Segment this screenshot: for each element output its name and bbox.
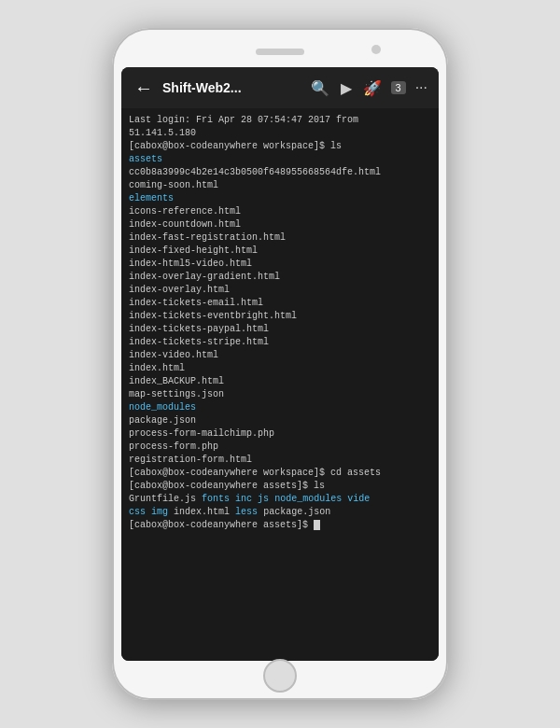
- terminal-line: index-tickets-eventbright.html: [129, 310, 431, 323]
- terminal-line: css img index.html less package.json: [129, 506, 431, 519]
- terminal-line: index-tickets-stripe.html: [129, 336, 431, 349]
- home-button[interactable]: [263, 659, 297, 693]
- terminal-line: [cabox@box-codeanywhere workspace]$ cd a…: [129, 467, 431, 480]
- back-button[interactable]: ←: [131, 77, 157, 99]
- more-icon[interactable]: ···: [413, 77, 429, 98]
- terminal-line: icons-reference.html: [129, 205, 431, 218]
- terminal-line: index-fixed-height.html: [129, 245, 431, 258]
- terminal-line: map-settings.json: [129, 388, 431, 401]
- terminal-line: process-form-mailchimp.php: [129, 427, 431, 441]
- terminal-line: [cabox@box-codeanywhere workspace]$ ls: [129, 140, 431, 153]
- terminal-line: assets: [129, 153, 431, 166]
- terminal-line: node_modules: [129, 401, 431, 414]
- phone-top-bar: [121, 41, 439, 67]
- terminal-line: index-overlay.html: [129, 284, 431, 297]
- play-icon[interactable]: ▶: [339, 77, 354, 99]
- terminal-line: index-fast-registration.html: [129, 231, 431, 245]
- terminal-line: coming-soon.html: [129, 179, 431, 192]
- terminal-line: cc0b8a3999c4b2e14c3b0500f648955668564dfe…: [129, 166, 431, 179]
- terminal-line: index-tickets-paypal.html: [129, 323, 431, 336]
- terminal-line: index-countdown.html: [129, 218, 431, 231]
- phone-frame: ← Shift-Web2... 🔍 ▶ 🚀 3 ··· Last login: …: [112, 28, 448, 700]
- terminal-line: process-form.php: [129, 441, 431, 454]
- terminal-line: Gruntfile.js fonts inc js node_modules v…: [129, 493, 431, 506]
- terminal-cursor: [314, 520, 320, 530]
- phone-screen: ← Shift-Web2... 🔍 ▶ 🚀 3 ··· Last login: …: [121, 67, 439, 661]
- terminal-line: index-tickets-email.html: [129, 297, 431, 310]
- terminal-line: elements: [129, 192, 431, 205]
- phone-speaker: [256, 49, 304, 55]
- terminal-line: registration-form.html: [129, 454, 431, 467]
- terminal-line: [cabox@box-codeanywhere assets]$ ls: [129, 480, 431, 493]
- terminal-line: index-html5-video.html: [129, 258, 431, 271]
- search-icon[interactable]: 🔍: [309, 77, 331, 99]
- phone-bottom-bar: [121, 661, 439, 687]
- phone-camera: [371, 45, 381, 54]
- terminal-line: Last login: Fri Apr 28 07:54:47 2017 fro…: [129, 114, 431, 140]
- notification-badge: 3: [391, 81, 406, 94]
- terminal-line: index-video.html: [129, 349, 431, 362]
- terminal-line: index-overlay-gradient.html: [129, 271, 431, 284]
- terminal-line: index.html: [129, 362, 431, 375]
- app-bar-icons: 🔍 ▶ 🚀 3 ···: [309, 77, 429, 99]
- rocket-icon[interactable]: 🚀: [361, 77, 384, 99]
- terminal-output[interactable]: Last login: Fri Apr 28 07:54:47 2017 fro…: [121, 108, 439, 661]
- terminal-line: package.json: [129, 414, 431, 427]
- terminal-line: index_BACKUP.html: [129, 375, 431, 388]
- app-bar: ← Shift-Web2... 🔍 ▶ 🚀 3 ···: [121, 67, 439, 108]
- app-bar-title: Shift-Web2...: [162, 80, 303, 95]
- terminal-line: [cabox@box-codeanywhere assets]$: [129, 519, 431, 532]
